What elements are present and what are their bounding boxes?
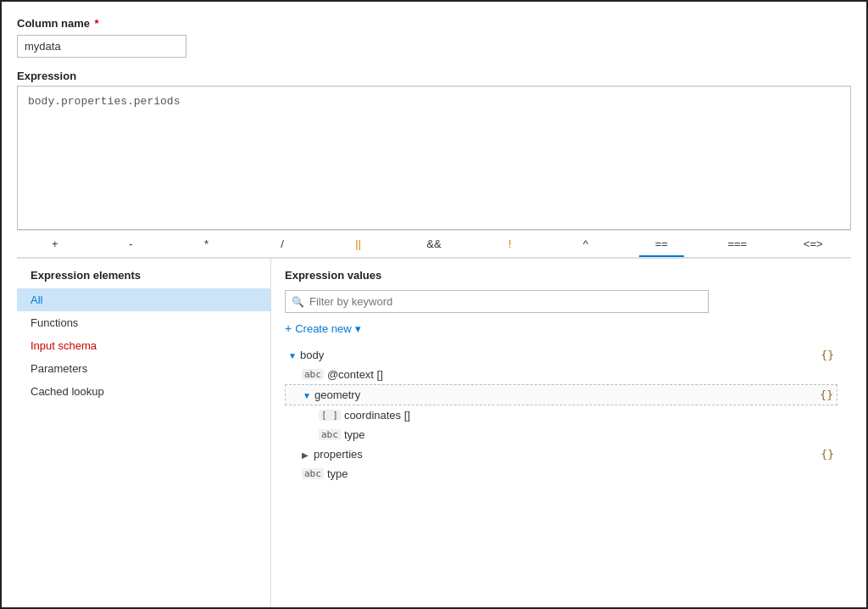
left-panel: Expression elements All Functions Input … bbox=[17, 259, 271, 607]
type-badge-arr-coordinates: [ ] bbox=[319, 410, 341, 421]
type-geo-label: type bbox=[344, 428, 834, 441]
create-new-label: Create new bbox=[295, 322, 351, 335]
expression-label: Expression bbox=[17, 70, 851, 82]
op-divide[interactable]: / bbox=[244, 236, 320, 252]
chevron-down-icon-geometry: ▼ bbox=[303, 391, 311, 399]
op-strict-eq[interactable]: === bbox=[699, 236, 775, 252]
tree-row-geometry[interactable]: ▼ geometry {} bbox=[285, 384, 837, 405]
context-label: @context [] bbox=[327, 368, 834, 381]
op-plus[interactable]: + bbox=[17, 236, 92, 252]
op-and[interactable]: && bbox=[396, 236, 471, 252]
create-new-button[interactable]: + Create new ▾ bbox=[285, 321, 361, 335]
column-name-label: Column name * bbox=[17, 17, 851, 30]
main-container: Column name * Expression body.properties… bbox=[2, 2, 866, 607]
tree-row-coordinates[interactable]: [ ] coordinates [] bbox=[285, 405, 837, 425]
expression-box[interactable]: body.properties.periods bbox=[17, 86, 851, 230]
op-eq[interactable]: == bbox=[624, 236, 699, 252]
body-label: body bbox=[300, 349, 557, 361]
type-badge-abc-type-body: abc bbox=[302, 468, 324, 479]
type-badge-abc-type-geo: abc bbox=[319, 429, 341, 440]
right-panel: Expression values 🔍 + Create new ▾ ▼ bod… bbox=[271, 259, 851, 607]
tree-row-properties[interactable]: ▶ properties {} bbox=[285, 444, 837, 464]
tree-row-body[interactable]: ▼ body {} bbox=[285, 345, 837, 365]
tree-body: ▼ body {} abc @context [] ▼ geometry {} bbox=[285, 345, 837, 483]
brace-icon-body: {} bbox=[821, 349, 834, 361]
search-icon: 🔍 bbox=[292, 296, 304, 308]
coordinates-label: coordinates [] bbox=[344, 409, 834, 422]
chevron-right-icon-properties: ▶ bbox=[302, 450, 310, 459]
sidebar-item-input-schema[interactable]: Input schema bbox=[17, 334, 270, 357]
tree-row-type-geo[interactable]: abc type bbox=[285, 425, 837, 444]
op-not[interactable]: ! bbox=[472, 236, 548, 252]
sidebar-item-parameters[interactable]: Parameters bbox=[17, 357, 270, 380]
filter-input[interactable] bbox=[285, 290, 709, 313]
tree-row-type-body[interactable]: abc type bbox=[285, 464, 837, 483]
filter-input-wrap: 🔍 bbox=[285, 290, 837, 313]
bottom-section: Expression elements All Functions Input … bbox=[17, 258, 851, 607]
operators-bar: + - * / || && ! ^ == === <=> bbox=[17, 230, 851, 258]
sidebar-item-functions[interactable]: Functions bbox=[17, 311, 270, 334]
required-star: * bbox=[92, 17, 99, 30]
type-badge-abc-context: abc bbox=[302, 369, 324, 380]
op-neq[interactable]: <=> bbox=[776, 236, 851, 252]
chevron-down-icon: ▼ bbox=[288, 351, 297, 360]
left-panel-title: Expression elements bbox=[17, 269, 270, 288]
properties-label: properties bbox=[314, 448, 564, 461]
column-name-section: Column name * bbox=[17, 17, 851, 58]
type-body-label: type bbox=[327, 467, 834, 480]
geometry-label: geometry bbox=[314, 388, 564, 401]
op-multiply[interactable]: * bbox=[169, 236, 244, 252]
expression-text: body.properties.periods bbox=[28, 95, 180, 108]
op-or[interactable]: || bbox=[320, 236, 396, 252]
column-name-input[interactable] bbox=[17, 35, 186, 58]
brace-icon-geometry: {} bbox=[820, 388, 833, 401]
sidebar-item-cached-lookup[interactable]: Cached lookup bbox=[17, 380, 270, 403]
plus-icon: + bbox=[285, 321, 292, 335]
op-caret[interactable]: ^ bbox=[548, 236, 623, 252]
brace-icon-properties: {} bbox=[821, 448, 834, 461]
sidebar-item-all[interactable]: All bbox=[17, 288, 270, 311]
chevron-down-icon: ▾ bbox=[355, 322, 361, 335]
op-minus[interactable]: - bbox=[92, 236, 168, 252]
tree-row-context[interactable]: abc @context [] bbox=[285, 365, 837, 384]
right-panel-title: Expression values bbox=[285, 269, 837, 282]
